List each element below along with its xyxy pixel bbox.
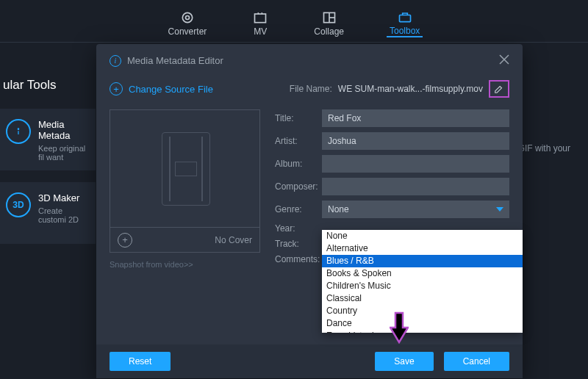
genre-label: Genre: — [275, 204, 322, 214]
nav-label: Toolbox — [390, 26, 420, 36]
genre-dropdown[interactable]: NoneAlternativeBlues / R&BBooks & Spoken… — [322, 230, 523, 333]
genre-option[interactable]: Children's Music — [322, 280, 523, 292]
cancel-button[interactable]: Cancel — [444, 352, 509, 371]
modal-topbar: + Change Source File File Name: WE SUM-m… — [96, 73, 523, 109]
mv-icon — [252, 10, 268, 25]
edit-filename-button[interactable] — [489, 80, 509, 98]
album-input[interactable] — [322, 155, 509, 173]
snapshot-from-video-link[interactable]: Snapshot from video>> — [110, 260, 260, 269]
nav-label: Converter — [168, 26, 207, 37]
converter-icon — [179, 10, 196, 25]
add-cover-button[interactable]: + — [118, 233, 132, 248]
modal-title: Media Metadata Editor — [127, 55, 223, 66]
metadata-form: Title: Artist: Album: Composer: Genre: N… — [275, 109, 509, 270]
filename-row: File Name: WE SUM-man-walk...-filmsupply… — [290, 80, 509, 98]
genre-option[interactable]: None — [322, 230, 523, 242]
track-label: Track: — [275, 239, 322, 249]
info-icon — [6, 119, 31, 144]
artist-label: Artist: — [275, 136, 322, 146]
genre-value: None — [328, 204, 349, 214]
toolbox-icon — [397, 10, 413, 24]
top-nav: Converter MV Collage Toolbox — [0, 0, 588, 43]
film-placeholder-icon — [153, 132, 219, 206]
save-button[interactable]: Save — [375, 352, 433, 371]
svg-point-7 — [18, 129, 18, 129]
svg-point-1 — [185, 15, 189, 19]
tool-card-3d-maker[interactable]: 3D 3D Maker Create customi 2D — [0, 182, 96, 244]
reset-button[interactable]: Reset — [110, 352, 171, 371]
comments-label: Comments: — [275, 254, 322, 264]
genre-select[interactable]: None — [322, 201, 509, 218]
artist-input[interactable] — [322, 132, 509, 150]
info-icon: i — [110, 55, 121, 67]
nav-label: Collage — [314, 26, 344, 37]
chevron-down-icon — [496, 207, 503, 212]
change-source-label: Change Source File — [129, 84, 213, 95]
metadata-editor-modal: i Media Metadata Editor + Change Source … — [96, 44, 523, 378]
tool-card-desc: Create customi 2D — [38, 206, 88, 224]
close-icon[interactable] — [499, 54, 509, 67]
album-label: Album: — [275, 159, 322, 169]
filename-label: File Name: — [290, 84, 332, 94]
nav-label: MV — [254, 26, 267, 37]
3d-icon: 3D — [6, 192, 31, 217]
tool-card-title: 3D Maker — [38, 192, 88, 203]
popular-tools-section: ular Tools Media Metada Keep original fi… — [0, 78, 96, 256]
genre-option[interactable]: Country — [322, 305, 523, 317]
composer-label: Composer: — [275, 181, 322, 192]
collage-icon — [321, 10, 337, 25]
popular-tools-heading: ular Tools — [3, 78, 96, 93]
genre-option[interactable]: Alternative — [322, 242, 523, 255]
cover-preview: + No Cover — [110, 109, 260, 253]
genre-option[interactable]: Blues / R&B — [322, 255, 523, 267]
modal-header: i Media Metadata Editor — [96, 44, 523, 73]
svg-rect-6 — [399, 15, 410, 21]
filename-value: WE SUM-man-walk...-filmsupply.mov — [338, 84, 483, 94]
tool-card-desc: Keep original fil want — [38, 144, 88, 162]
title-input[interactable] — [322, 109, 509, 127]
nav-item-collage[interactable]: Collage — [311, 6, 347, 37]
title-label: Title: — [275, 113, 322, 123]
modal-body: + No Cover Snapshot from video>> Title: … — [96, 109, 523, 270]
cover-column: + No Cover Snapshot from video>> — [110, 109, 260, 270]
tool-card-title: Media Metada — [38, 119, 88, 141]
svg-point-0 — [182, 12, 192, 22]
nav-item-converter[interactable]: Converter — [165, 6, 210, 37]
no-cover-text: No Cover — [215, 235, 252, 245]
genre-option[interactable]: Dance — [322, 317, 523, 330]
modal-footer: Reset Save Cancel — [96, 344, 523, 378]
genre-option[interactable]: Books & Spoken — [322, 267, 523, 280]
composer-input[interactable] — [322, 178, 509, 195]
annotation-arrow-icon — [390, 311, 409, 344]
year-label: Year: — [275, 223, 322, 234]
change-source-button[interactable]: + Change Source File — [110, 82, 213, 95]
svg-rect-2 — [255, 14, 266, 23]
genre-option[interactable]: Easy Listening — [322, 330, 523, 333]
tool-card-media-metadata[interactable]: Media Metada Keep original fil want — [0, 109, 96, 170]
nav-item-toolbox[interactable]: Toolbox — [387, 5, 423, 37]
nav-item-mv[interactable]: MV — [249, 6, 271, 37]
genre-option[interactable]: Classical — [322, 292, 523, 305]
plus-icon: + — [110, 82, 123, 95]
